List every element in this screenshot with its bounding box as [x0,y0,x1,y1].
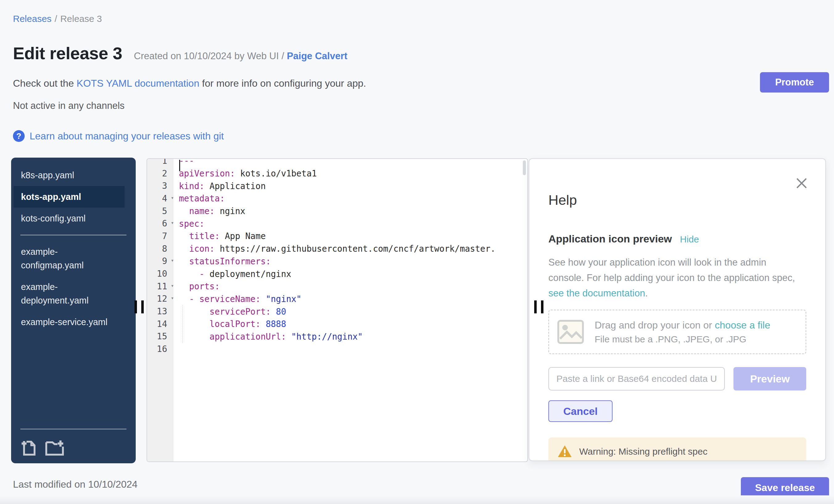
code-text: - deployment/nginx [173,269,291,279]
dropzone-text: Drag and drop your icon or choose a file [595,320,770,331]
code-line-8[interactable]: 8 icon: https://raw.githubusercontent.co… [147,242,527,255]
question-mark-icon: ? [13,130,25,142]
line-number: 7 [147,231,173,241]
preflight-warning-box: Warning: Missing preflight spec Warning … [548,437,806,461]
code-text: title: App Name [173,231,266,241]
indent-guide [182,305,183,343]
code-line-7[interactable]: 7 title: App Name [147,230,527,242]
line-number: 11▾ [147,281,173,291]
code-text: ports: [173,281,220,291]
line-number: 5 [147,206,173,216]
warning-triangle-icon [558,445,572,458]
code-line-15[interactable]: 15 applicationUrl: "http://nginx" [147,330,527,343]
last-modified-text: Last modified on 10/10/2024 [13,479,137,490]
file-item-kots-config.yaml[interactable]: kots-config.yaml [11,207,122,229]
line-number: 16 [147,344,173,354]
file-list-divider [20,235,127,235]
fold-arrow-icon[interactable]: ▾ [171,195,174,201]
code-text: servicePort: 80 [173,307,286,316]
fold-arrow-icon[interactable]: ▾ [171,220,174,226]
code-text: spec: [173,219,204,228]
sidebar-resize-handle[interactable] [134,301,145,313]
yaml-editor[interactable]: 1---2apiVersion: kots.io/v1beta13kind: A… [147,158,528,462]
code-line-12[interactable]: 12▾ - serviceName: "nginx" [147,293,527,305]
code-line-13[interactable]: 13 servicePort: 80 [147,305,527,318]
dropzone-prefix: Drag and drop your icon or [595,320,715,331]
line-number: 14 [147,319,173,329]
code-line-6[interactable]: 6▾spec: [147,217,527,230]
breadcrumb-separator: / [54,14,57,24]
code-line-11[interactable]: 11▾ ports: [147,280,527,293]
line-number: 15 [147,331,173,342]
icon-preview-description: See how your application icon will look … [548,255,805,301]
new-folder-icon[interactable] [45,439,65,457]
icon-preview-section-title: Application icon preview [548,233,672,245]
fold-arrow-icon[interactable]: ▾ [171,257,174,263]
code-line-4[interactable]: 4▾metadata: [147,192,527,205]
line-number: 8 [147,244,173,254]
file-item-example-service.yaml[interactable]: example-service.yaml [11,311,122,333]
file-item-k8s-app.yaml[interactable]: k8s-app.yaml [11,165,122,186]
code-text: --- [173,158,194,166]
code-line-2[interactable]: 2apiVersion: kots.io/v1beta1 [147,167,527,180]
fold-arrow-icon[interactable]: ▾ [171,283,174,289]
file-item-example-deployment.yaml[interactable]: example-deployment.yaml [11,276,122,311]
help-panel: Help Application icon preview Hide See h… [529,158,826,461]
code-text: localPort: 8888 [173,319,286,329]
file-sidebar: k8s-app.yamlkots-app.yamlkots-config.yam… [11,158,136,463]
close-icon[interactable] [794,176,809,190]
code-line-1[interactable]: 1--- [147,158,527,167]
breadcrumb: Releases/Release 3 [13,14,102,24]
git-releases-link[interactable]: Learn about managing your releases with … [29,130,224,142]
file-item-kots-app.yaml[interactable]: kots-app.yaml [14,186,125,207]
see-documentation-link[interactable]: see the documentation [548,288,645,299]
git-help-row[interactable]: ? Learn about managing your releases wit… [13,130,224,142]
code-text: metadata: [173,193,225,203]
line-number: 9▾ [147,256,173,266]
icon-url-input[interactable] [548,367,725,391]
code-text: statusInformers: [173,256,271,266]
code-line-14[interactable]: 14 localPort: 8888 [147,318,527,330]
editor-scrollbar[interactable] [523,160,526,175]
docs-line: Check out the KOTS YAML documentation fo… [13,78,366,89]
file-item-example-configmap.yaml[interactable]: example-configmap.yaml [11,241,122,276]
code-line-16[interactable]: 16 [147,343,527,355]
docs-prefix: Check out the [13,78,76,89]
line-number: 1 [147,158,173,166]
choose-file-link[interactable]: choose a file [715,320,770,331]
code-text: - serviceName: "nginx" [173,294,301,304]
code-text: apiVersion: kots.io/v1beta1 [173,169,317,178]
preview-button[interactable]: Preview [733,367,806,391]
breadcrumb-releases-link[interactable]: Releases [13,14,51,24]
promote-button[interactable]: Promote [760,72,829,92]
page-title: Edit release 3 [13,43,122,63]
cancel-button[interactable]: Cancel [548,400,613,422]
line-number: 2 [147,169,173,179]
description-text: See how your application icon will look … [548,257,795,283]
code-line-9[interactable]: 9▾ statusInformers: [147,255,527,268]
code-lines: 1---2apiVersion: kots.io/v1beta13kind: A… [147,158,527,355]
created-author-link[interactable]: Paige Calvert [287,50,347,61]
fold-arrow-icon[interactable]: ▾ [171,295,174,301]
sidebar-footer [11,429,136,463]
warning-title: Warning: Missing preflight spec [579,445,779,458]
line-number: 6▾ [147,218,173,228]
hide-link[interactable]: Hide [680,234,699,245]
bottom-edge [0,495,834,504]
save-release-button[interactable]: Save release [741,477,829,498]
file-list-bottom: example-configmap.yamlexample-deployment… [11,241,136,333]
kots-yaml-docs-link[interactable]: KOTS YAML documentation [76,78,199,89]
title-row: Edit release 3 Created on 10/10/2024 by … [13,43,347,63]
code-line-3[interactable]: 3kind: Application [147,179,527,192]
dropzone-file-rule: File must be a .PNG, .JPEG, or .JPG [595,334,770,345]
help-panel-resize-handle[interactable] [534,301,544,313]
line-number: 13 [147,306,173,316]
code-line-10[interactable]: 10 - deployment/nginx [147,267,527,280]
line-number: 12▾ [147,294,173,304]
help-panel-title: Help [548,192,806,208]
code-text: applicationUrl: "http://nginx" [173,332,363,342]
code-line-5[interactable]: 5 name: nginx [147,205,527,217]
icon-dropzone[interactable]: Drag and drop your icon or choose a file… [548,310,806,354]
code-text: kind: Application [173,181,266,191]
new-file-icon[interactable] [21,439,37,457]
